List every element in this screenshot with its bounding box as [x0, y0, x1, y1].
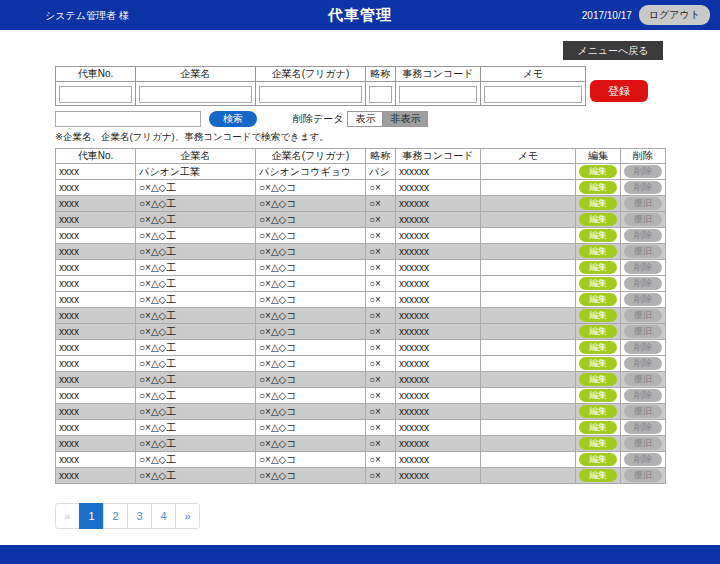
edit-button[interactable]: 編集: [579, 229, 617, 242]
memo-input[interactable]: [484, 86, 582, 103]
restore-button[interactable]: 復旧: [624, 197, 662, 210]
edit-button[interactable]: 編集: [579, 341, 617, 354]
search-button[interactable]: 検索: [209, 111, 257, 127]
cell-abbr: パシ: [366, 164, 396, 180]
show-deleted-button[interactable]: 表示: [347, 111, 383, 127]
cell-company-kana: ○×△◇コ: [256, 340, 366, 356]
edit-button[interactable]: 編集: [579, 181, 617, 194]
pagination-page-3[interactable]: 3: [127, 503, 152, 529]
edit-button[interactable]: 編集: [579, 421, 617, 434]
cell-company-kana: ○×△◇コ: [256, 420, 366, 436]
cell-memo: [481, 276, 576, 292]
hide-deleted-button[interactable]: 非表示: [383, 111, 428, 127]
cell-abbr: ○×: [366, 420, 396, 436]
edit-button[interactable]: 編集: [579, 277, 617, 290]
edit-button[interactable]: 編集: [579, 245, 617, 258]
table-row: xxxx ○×△◇工 ○×△◇コ ○× xxxxxx 編集 復旧: [56, 404, 666, 420]
pagination-prev[interactable]: «: [55, 503, 80, 529]
cell-daisha-no: xxxx: [56, 324, 136, 340]
cell-memo: [481, 308, 576, 324]
cell-office-code: xxxxxx: [396, 388, 481, 404]
edit-button[interactable]: 編集: [579, 197, 617, 210]
edit-button[interactable]: 編集: [579, 293, 617, 306]
delete-button[interactable]: 削除: [624, 389, 662, 402]
register-button[interactable]: 登録: [590, 80, 648, 102]
delete-button[interactable]: 削除: [624, 229, 662, 242]
col-office-code: 事務コンコード: [396, 149, 481, 164]
cell-company-kana: ○×△◇コ: [256, 356, 366, 372]
edit-button[interactable]: 編集: [579, 165, 617, 178]
cell-daisha-no: xxxx: [56, 212, 136, 228]
table-row: xxxx ○×△◇工 ○×△◇コ ○× xxxxxx 編集 削除: [56, 276, 666, 292]
back-to-menu-button[interactable]: メニューへ戻る: [563, 41, 663, 60]
cell-daisha-no: xxxx: [56, 340, 136, 356]
pagination-next[interactable]: »: [175, 503, 200, 529]
delete-button[interactable]: 削除: [624, 357, 662, 370]
cell-office-code: xxxxxx: [396, 292, 481, 308]
edit-button[interactable]: 編集: [579, 437, 617, 450]
delete-button[interactable]: 削除: [624, 181, 662, 194]
cell-company-name: ○×△◇工: [136, 196, 256, 212]
delete-button[interactable]: 削除: [624, 453, 662, 466]
delete-button[interactable]: 削除: [624, 165, 662, 178]
cell-company-name: ○×△◇工: [136, 212, 256, 228]
cell-memo: [481, 292, 576, 308]
restore-button[interactable]: 復旧: [624, 309, 662, 322]
cell-company-name: ○×△◇工: [136, 420, 256, 436]
cell-office-code: xxxxxx: [396, 436, 481, 452]
table-row: xxxx ○×△◇工 ○×△◇コ ○× xxxxxx 編集 復旧: [56, 436, 666, 452]
delete-button[interactable]: 削除: [624, 277, 662, 290]
abbr-input[interactable]: [369, 86, 392, 103]
restore-button[interactable]: 復旧: [624, 373, 662, 386]
restore-button[interactable]: 復旧: [624, 213, 662, 226]
cell-daisha-no: xxxx: [56, 260, 136, 276]
restore-button[interactable]: 復旧: [624, 405, 662, 418]
logout-button[interactable]: ログアウト: [639, 5, 710, 25]
cell-company-name: ○×△◇工: [136, 436, 256, 452]
edit-button[interactable]: 編集: [579, 453, 617, 466]
cell-office-code: xxxxxx: [396, 244, 481, 260]
edit-button[interactable]: 編集: [579, 261, 617, 274]
cell-abbr: ○×: [366, 228, 396, 244]
cell-company-kana: パシオンコウギョウ: [256, 164, 366, 180]
pagination-page-2[interactable]: 2: [103, 503, 128, 529]
cell-company-name: ○×△◇工: [136, 356, 256, 372]
cell-company-name: ○×△◇工: [136, 340, 256, 356]
edit-button[interactable]: 編集: [579, 213, 617, 226]
daisha-no-input[interactable]: [59, 86, 132, 103]
delete-button[interactable]: 削除: [624, 293, 662, 306]
cell-company-name: ○×△◇工: [136, 276, 256, 292]
office-code-input[interactable]: [399, 86, 477, 103]
col-edit: 編集: [576, 149, 621, 164]
restore-button[interactable]: 復旧: [624, 245, 662, 258]
cell-abbr: ○×: [366, 388, 396, 404]
current-date: 2017/10/17: [582, 10, 632, 21]
delete-button[interactable]: 削除: [624, 261, 662, 274]
cell-company-name: ○×△◇工: [136, 260, 256, 276]
cell-company-kana: ○×△◇コ: [256, 404, 366, 420]
pagination-page-4[interactable]: 4: [151, 503, 176, 529]
cell-company-name: ○×△◇工: [136, 372, 256, 388]
delete-button[interactable]: 削除: [624, 421, 662, 434]
pagination-page-1[interactable]: 1: [79, 503, 104, 529]
search-input[interactable]: [55, 111, 201, 127]
company-name-input[interactable]: [139, 86, 252, 103]
edit-button[interactable]: 編集: [579, 373, 617, 386]
table-row: xxxx ○×△◇工 ○×△◇コ ○× xxxxxx 編集 復旧: [56, 212, 666, 228]
cell-daisha-no: xxxx: [56, 244, 136, 260]
edit-button[interactable]: 編集: [579, 469, 617, 482]
edit-button[interactable]: 編集: [579, 405, 617, 418]
cell-memo: [481, 468, 576, 484]
cell-memo: [481, 212, 576, 228]
edit-button[interactable]: 編集: [579, 309, 617, 322]
restore-button[interactable]: 復旧: [624, 325, 662, 338]
edit-button[interactable]: 編集: [579, 357, 617, 370]
edit-button[interactable]: 編集: [579, 389, 617, 402]
restore-button[interactable]: 復旧: [624, 437, 662, 450]
company-kana-input[interactable]: [259, 86, 362, 103]
cell-abbr: ○×: [366, 372, 396, 388]
restore-button[interactable]: 復旧: [624, 469, 662, 482]
edit-button[interactable]: 編集: [579, 325, 617, 338]
cell-company-name: ○×△◇工: [136, 388, 256, 404]
delete-button[interactable]: 削除: [624, 341, 662, 354]
